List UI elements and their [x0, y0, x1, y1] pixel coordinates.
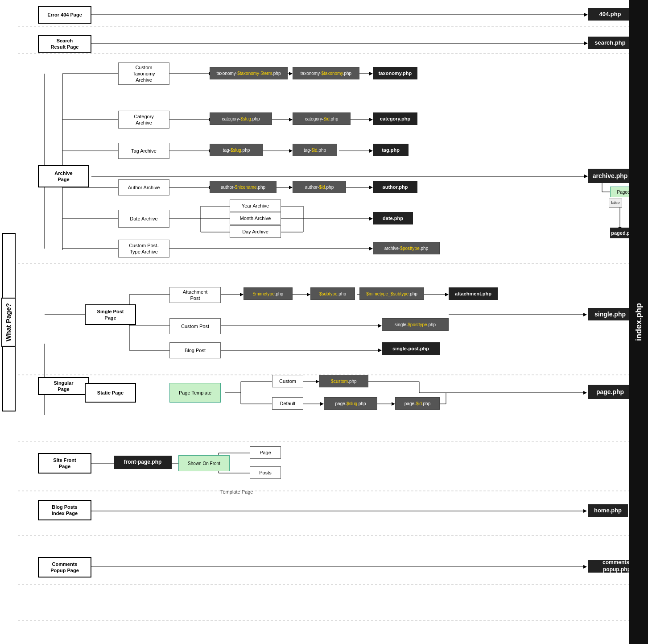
search-php: search.php — [588, 37, 632, 49]
svg-marker-101 — [320, 402, 324, 406]
day-archive-box: Day Archive — [230, 225, 281, 238]
month-archive-box: Month Archive — [230, 212, 281, 224]
svg-marker-89 — [378, 349, 382, 352]
paged-false: false — [609, 199, 622, 208]
svg-marker-14 — [584, 175, 588, 178]
singular-page-box: SingularPage — [38, 377, 89, 395]
archive-posttype-php: archive-$posttype.php — [373, 242, 440, 254]
shown-on-front-box: Shown On Front — [178, 455, 230, 471]
tag-id-php: tag-$id.php — [293, 144, 337, 156]
front-page-php: front-page.php — [114, 456, 172, 469]
tag-slug-php: tag-$slug.php — [210, 144, 263, 156]
author-php: author.php — [373, 181, 417, 193]
main-container: What Page? index.php — [0, 0, 648, 644]
svg-marker-120 — [583, 565, 587, 569]
tag-archive-box: Tag Archive — [118, 143, 169, 159]
error-404-php: 404.php — [588, 8, 632, 21]
blog-post-box: Blog Post — [169, 342, 221, 358]
subtype-php: $subtype.php — [310, 287, 355, 300]
svg-marker-12 — [584, 42, 588, 45]
posts-option-box: Posts — [250, 466, 281, 479]
template-page-note: Template Page — [220, 489, 253, 494]
page-id-php: page-$id.php — [395, 397, 440, 410]
archive-page-box: ArchivePage — [38, 165, 89, 187]
custom-php: $custom.php — [319, 375, 368, 387]
svg-marker-35 — [289, 118, 293, 121]
custom-post-type-archive-box: Custom Post-Type Archive — [118, 240, 169, 258]
svg-marker-49 — [369, 186, 373, 189]
archive-php: archive.php — [588, 169, 632, 183]
page-template-box: Page Template — [169, 383, 221, 403]
author-nicename-php: author-$nicename.php — [210, 181, 277, 193]
svg-marker-81 — [307, 293, 310, 296]
custom-option-box: Custom — [272, 375, 303, 387]
svg-marker-31 — [369, 72, 373, 75]
attachment-php: attachment.php — [449, 287, 498, 300]
mimetype-subtype-php: $mimetype_$subtype.php — [359, 287, 424, 300]
svg-marker-29 — [289, 72, 293, 75]
category-archive-box: CategoryArchive — [118, 111, 169, 129]
single-posttype-php: single-$posttype.php — [382, 318, 449, 331]
date-php: date.php — [373, 212, 413, 224]
tag-php: tag.php — [373, 144, 409, 156]
taxonomy-taxonomy-php: taxonomy-$taxonomy.php — [293, 67, 359, 79]
svg-marker-10 — [584, 13, 588, 17]
category-id-php: category-$id.php — [293, 112, 351, 125]
svg-marker-118 — [583, 509, 587, 513]
single-post-php: single-post.php — [382, 342, 440, 355]
svg-marker-37 — [369, 118, 373, 121]
svg-marker-91 — [583, 313, 587, 316]
attachment-post-box: AttachmentPost — [169, 287, 221, 303]
author-id-php: author-$id.php — [293, 181, 346, 193]
svg-marker-43 — [369, 149, 373, 153]
search-result-box: SearchResult Page — [38, 35, 91, 53]
svg-marker-41 — [289, 149, 293, 153]
custom-taxonomy-archive-box: CustomTaxonomyArchive — [118, 62, 169, 85]
blog-posts-index-box: Blog PostsIndex Page — [38, 500, 91, 520]
svg-marker-47 — [289, 186, 293, 189]
error-404-box: Error 404 Page — [38, 6, 91, 24]
taxonomy-term-php: taxonomy-$taxonomy-$term.php — [210, 67, 288, 79]
mimetype-php: $mimetype.php — [244, 287, 293, 300]
page-option-box: Page — [250, 446, 281, 459]
svg-marker-99 — [316, 380, 319, 383]
svg-marker-103 — [392, 402, 395, 406]
date-archive-box: Date Archive — [118, 210, 169, 228]
single-php: single.php — [588, 308, 632, 320]
svg-marker-60 — [369, 217, 373, 220]
category-slug-php: category-$slug.php — [210, 112, 272, 125]
year-archive-box: Year Archive — [230, 199, 281, 212]
svg-marker-85 — [445, 293, 449, 296]
page-slug-php: page-$slug.php — [324, 397, 377, 410]
svg-marker-79 — [240, 293, 244, 296]
page-php: page.php — [588, 385, 632, 399]
taxonomy-php: taxonomy.php — [373, 67, 417, 79]
index-php-right-label: index.php — [629, 0, 648, 644]
site-front-page-box: Site FrontPage — [38, 453, 91, 474]
custom-post-box: Custom Post — [169, 318, 221, 334]
svg-marker-62 — [369, 247, 373, 250]
svg-marker-87 — [378, 324, 382, 328]
comments-popup-box: CommentsPopup Page — [38, 557, 91, 578]
static-page-box: Static Page — [85, 383, 136, 403]
diagram-area: Error 404 Page 404.php SearchResult Page… — [18, 0, 648, 644]
svg-marker-110 — [583, 391, 587, 395]
category-php: category.php — [373, 112, 417, 125]
what-page-vertical: What Page? — [1, 298, 16, 347]
single-post-page-box: Single PostPage — [85, 304, 136, 325]
default-option-box: Default — [272, 397, 303, 410]
home-php: home.php — [588, 504, 628, 517]
author-archive-box: Author Archive — [118, 179, 169, 195]
